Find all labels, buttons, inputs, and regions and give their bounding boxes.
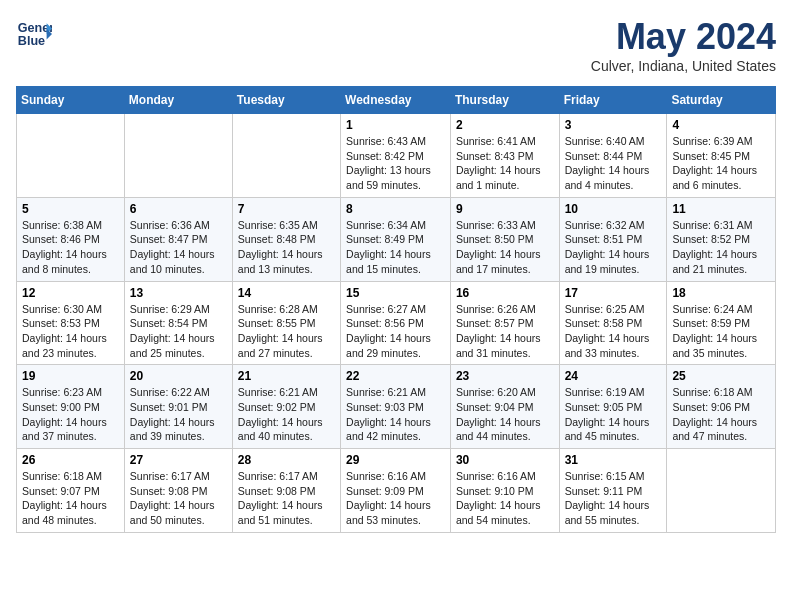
calendar-cell xyxy=(232,114,340,198)
calendar-cell: 9Sunrise: 6:33 AMSunset: 8:50 PMDaylight… xyxy=(450,197,559,281)
calendar-week-row: 19Sunrise: 6:23 AMSunset: 9:00 PMDayligh… xyxy=(17,365,776,449)
calendar-cell: 31Sunrise: 6:15 AMSunset: 9:11 PMDayligh… xyxy=(559,449,667,533)
day-info: Sunrise: 6:19 AMSunset: 9:05 PMDaylight:… xyxy=(565,385,662,444)
day-number: 18 xyxy=(672,286,770,300)
page-header: General Blue May 2024 Culver, Indiana, U… xyxy=(16,16,776,74)
logo: General Blue xyxy=(16,16,52,52)
calendar-cell xyxy=(17,114,125,198)
day-number: 20 xyxy=(130,369,227,383)
calendar-cell: 27Sunrise: 6:17 AMSunset: 9:08 PMDayligh… xyxy=(124,449,232,533)
day-number: 22 xyxy=(346,369,445,383)
day-number: 7 xyxy=(238,202,335,216)
day-number: 4 xyxy=(672,118,770,132)
calendar-cell: 18Sunrise: 6:24 AMSunset: 8:59 PMDayligh… xyxy=(667,281,776,365)
day-number: 29 xyxy=(346,453,445,467)
day-info: Sunrise: 6:40 AMSunset: 8:44 PMDaylight:… xyxy=(565,134,662,193)
day-info: Sunrise: 6:34 AMSunset: 8:49 PMDaylight:… xyxy=(346,218,445,277)
calendar-cell: 14Sunrise: 6:28 AMSunset: 8:55 PMDayligh… xyxy=(232,281,340,365)
day-number: 3 xyxy=(565,118,662,132)
day-info: Sunrise: 6:29 AMSunset: 8:54 PMDaylight:… xyxy=(130,302,227,361)
day-info: Sunrise: 6:24 AMSunset: 8:59 PMDaylight:… xyxy=(672,302,770,361)
weekday-header-wednesday: Wednesday xyxy=(341,87,451,114)
day-number: 5 xyxy=(22,202,119,216)
day-number: 10 xyxy=(565,202,662,216)
calendar-cell: 2Sunrise: 6:41 AMSunset: 8:43 PMDaylight… xyxy=(450,114,559,198)
calendar-cell: 28Sunrise: 6:17 AMSunset: 9:08 PMDayligh… xyxy=(232,449,340,533)
calendar-week-row: 5Sunrise: 6:38 AMSunset: 8:46 PMDaylight… xyxy=(17,197,776,281)
day-info: Sunrise: 6:17 AMSunset: 9:08 PMDaylight:… xyxy=(130,469,227,528)
day-number: 2 xyxy=(456,118,554,132)
calendar-table: SundayMondayTuesdayWednesdayThursdayFrid… xyxy=(16,86,776,533)
calendar-cell: 1Sunrise: 6:43 AMSunset: 8:42 PMDaylight… xyxy=(341,114,451,198)
day-info: Sunrise: 6:20 AMSunset: 9:04 PMDaylight:… xyxy=(456,385,554,444)
calendar-cell: 25Sunrise: 6:18 AMSunset: 9:06 PMDayligh… xyxy=(667,365,776,449)
day-number: 25 xyxy=(672,369,770,383)
weekday-header-thursday: Thursday xyxy=(450,87,559,114)
weekday-header-saturday: Saturday xyxy=(667,87,776,114)
day-number: 31 xyxy=(565,453,662,467)
day-info: Sunrise: 6:18 AMSunset: 9:06 PMDaylight:… xyxy=(672,385,770,444)
day-number: 28 xyxy=(238,453,335,467)
calendar-cell: 3Sunrise: 6:40 AMSunset: 8:44 PMDaylight… xyxy=(559,114,667,198)
calendar-cell: 17Sunrise: 6:25 AMSunset: 8:58 PMDayligh… xyxy=(559,281,667,365)
title-block: May 2024 Culver, Indiana, United States xyxy=(591,16,776,74)
day-info: Sunrise: 6:15 AMSunset: 9:11 PMDaylight:… xyxy=(565,469,662,528)
location: Culver, Indiana, United States xyxy=(591,58,776,74)
weekday-header-row: SundayMondayTuesdayWednesdayThursdayFrid… xyxy=(17,87,776,114)
day-info: Sunrise: 6:16 AMSunset: 9:10 PMDaylight:… xyxy=(456,469,554,528)
day-info: Sunrise: 6:31 AMSunset: 8:52 PMDaylight:… xyxy=(672,218,770,277)
month-title: May 2024 xyxy=(591,16,776,58)
calendar-cell xyxy=(124,114,232,198)
calendar-cell xyxy=(667,449,776,533)
calendar-cell: 29Sunrise: 6:16 AMSunset: 9:09 PMDayligh… xyxy=(341,449,451,533)
day-info: Sunrise: 6:25 AMSunset: 8:58 PMDaylight:… xyxy=(565,302,662,361)
day-number: 12 xyxy=(22,286,119,300)
calendar-cell: 30Sunrise: 6:16 AMSunset: 9:10 PMDayligh… xyxy=(450,449,559,533)
day-number: 21 xyxy=(238,369,335,383)
logo-icon: General Blue xyxy=(16,16,52,52)
calendar-cell: 24Sunrise: 6:19 AMSunset: 9:05 PMDayligh… xyxy=(559,365,667,449)
calendar-cell: 4Sunrise: 6:39 AMSunset: 8:45 PMDaylight… xyxy=(667,114,776,198)
calendar-week-row: 1Sunrise: 6:43 AMSunset: 8:42 PMDaylight… xyxy=(17,114,776,198)
day-info: Sunrise: 6:17 AMSunset: 9:08 PMDaylight:… xyxy=(238,469,335,528)
svg-text:Blue: Blue xyxy=(18,34,45,48)
day-number: 19 xyxy=(22,369,119,383)
day-number: 11 xyxy=(672,202,770,216)
day-number: 9 xyxy=(456,202,554,216)
calendar-cell: 6Sunrise: 6:36 AMSunset: 8:47 PMDaylight… xyxy=(124,197,232,281)
day-number: 30 xyxy=(456,453,554,467)
day-number: 14 xyxy=(238,286,335,300)
day-info: Sunrise: 6:41 AMSunset: 8:43 PMDaylight:… xyxy=(456,134,554,193)
day-number: 27 xyxy=(130,453,227,467)
day-number: 15 xyxy=(346,286,445,300)
calendar-cell: 7Sunrise: 6:35 AMSunset: 8:48 PMDaylight… xyxy=(232,197,340,281)
day-info: Sunrise: 6:43 AMSunset: 8:42 PMDaylight:… xyxy=(346,134,445,193)
day-number: 24 xyxy=(565,369,662,383)
day-number: 13 xyxy=(130,286,227,300)
day-info: Sunrise: 6:30 AMSunset: 8:53 PMDaylight:… xyxy=(22,302,119,361)
calendar-cell: 22Sunrise: 6:21 AMSunset: 9:03 PMDayligh… xyxy=(341,365,451,449)
day-info: Sunrise: 6:18 AMSunset: 9:07 PMDaylight:… xyxy=(22,469,119,528)
day-number: 1 xyxy=(346,118,445,132)
calendar-cell: 13Sunrise: 6:29 AMSunset: 8:54 PMDayligh… xyxy=(124,281,232,365)
day-number: 17 xyxy=(565,286,662,300)
calendar-cell: 23Sunrise: 6:20 AMSunset: 9:04 PMDayligh… xyxy=(450,365,559,449)
day-info: Sunrise: 6:33 AMSunset: 8:50 PMDaylight:… xyxy=(456,218,554,277)
calendar-cell: 26Sunrise: 6:18 AMSunset: 9:07 PMDayligh… xyxy=(17,449,125,533)
day-number: 23 xyxy=(456,369,554,383)
day-info: Sunrise: 6:27 AMSunset: 8:56 PMDaylight:… xyxy=(346,302,445,361)
weekday-header-friday: Friday xyxy=(559,87,667,114)
calendar-week-row: 12Sunrise: 6:30 AMSunset: 8:53 PMDayligh… xyxy=(17,281,776,365)
day-info: Sunrise: 6:26 AMSunset: 8:57 PMDaylight:… xyxy=(456,302,554,361)
day-info: Sunrise: 6:16 AMSunset: 9:09 PMDaylight:… xyxy=(346,469,445,528)
calendar-cell: 15Sunrise: 6:27 AMSunset: 8:56 PMDayligh… xyxy=(341,281,451,365)
day-number: 26 xyxy=(22,453,119,467)
calendar-cell: 5Sunrise: 6:38 AMSunset: 8:46 PMDaylight… xyxy=(17,197,125,281)
calendar-cell: 12Sunrise: 6:30 AMSunset: 8:53 PMDayligh… xyxy=(17,281,125,365)
day-info: Sunrise: 6:36 AMSunset: 8:47 PMDaylight:… xyxy=(130,218,227,277)
weekday-header-monday: Monday xyxy=(124,87,232,114)
calendar-cell: 10Sunrise: 6:32 AMSunset: 8:51 PMDayligh… xyxy=(559,197,667,281)
day-info: Sunrise: 6:32 AMSunset: 8:51 PMDaylight:… xyxy=(565,218,662,277)
day-number: 16 xyxy=(456,286,554,300)
day-info: Sunrise: 6:21 AMSunset: 9:03 PMDaylight:… xyxy=(346,385,445,444)
